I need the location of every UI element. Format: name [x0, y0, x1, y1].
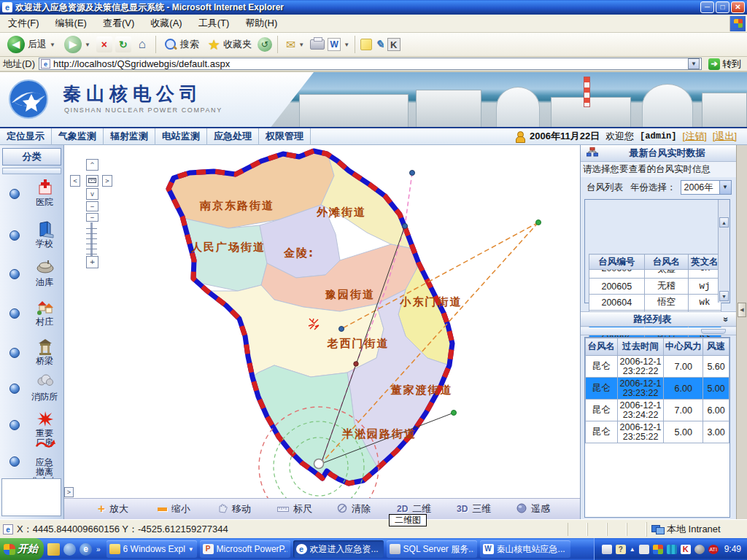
keyboard-layout-icon[interactable] — [602, 545, 612, 554]
map-zoom-out-button[interactable]: 缩小 — [158, 502, 217, 516]
pen-tool-button[interactable]: ✎ — [375, 38, 384, 51]
col-header[interactable]: 中心风力 — [664, 338, 703, 356]
sidebar-header[interactable]: 分类 — [2, 148, 61, 166]
tab-station-monitor[interactable]: 电站监测 — [155, 128, 207, 145]
map-zoom-in-button[interactable]: + 放大 — [98, 502, 158, 516]
print-button[interactable] — [310, 39, 325, 50]
start-button[interactable]: 开始 — [0, 538, 44, 560]
k-tool-button[interactable]: K — [387, 38, 400, 51]
antivirus-tray-icon[interactable]: K — [681, 545, 691, 554]
path-list-header[interactable]: 路径列表 » — [581, 311, 736, 327]
forward-button[interactable]: ▶▼ — [61, 34, 93, 55]
logout-link[interactable]: [注销] — [683, 130, 707, 143]
close-button[interactable]: ✕ — [731, 1, 745, 13]
menu-edit[interactable]: 编辑(E) — [47, 14, 95, 33]
map-clear-button[interactable]: 清除 — [337, 502, 397, 516]
quicklaunch-pen-icon[interactable] — [47, 543, 60, 556]
sidebar-subbar[interactable] — [2, 168, 61, 174]
table-row[interactable]: 200604悟空wk — [589, 295, 721, 311]
refresh-button[interactable]: ↻ — [115, 36, 131, 52]
pan-left-button[interactable]: < — [70, 175, 80, 187]
table-row-selected[interactable]: 昆仑2006-12-1 23:23:22 6.005.00 — [586, 378, 729, 400]
pan-right-button[interactable]: > — [102, 175, 112, 187]
quicklaunch-ie-icon[interactable]: e — [80, 543, 92, 556]
minimize-button[interactable]: ─ — [700, 1, 714, 13]
map-pan-button[interactable]: 移动 — [217, 502, 277, 516]
favorites-button[interactable]: ★ 收藏夹 — [205, 35, 255, 55]
panel-scrollbar[interactable]: ◀ — [736, 145, 747, 519]
taskbar-button-sqlserver[interactable]: SQL Server 服务... — [387, 540, 477, 558]
col-header[interactable]: 过去时间 — [617, 338, 664, 356]
collapse-chevron-icon[interactable]: » — [721, 316, 732, 322]
col-header[interactable]: 风速 — [703, 338, 729, 356]
table-row[interactable]: 昆仑2006-12-1 23:25:22 5.003.00 — [586, 421, 729, 443]
tray-expand-icon[interactable]: ▲ — [630, 546, 635, 553]
typhoon-panel-header[interactable]: 最新台风实时数据 — [581, 145, 736, 162]
zoom-out-button[interactable]: − — [86, 201, 98, 211]
table-row[interactable]: 昆仑2006-12-1 23:24:22 7.006.00 — [586, 400, 729, 421]
search-button[interactable]: 搜索 — [161, 36, 202, 52]
table-row[interactable]: 200605无稽wj — [589, 279, 721, 295]
go-button[interactable]: ➔ 转到 — [705, 58, 744, 71]
taskbar-button-powerpoint[interactable]: P Microsoft PowerP... — [200, 540, 290, 558]
panel-splitter[interactable] — [581, 327, 736, 335]
ati-tray-icon[interactable]: ATI — [708, 545, 719, 554]
menu-help[interactable]: 帮助(H) — [237, 14, 285, 33]
typhoon-table-scrollbar[interactable]: ▲ ▼ — [718, 200, 729, 303]
maximize-button[interactable]: □ — [716, 1, 729, 13]
sidebar-expand-button[interactable]: > — [64, 487, 74, 497]
year-dropdown-icon[interactable]: ▼ — [719, 181, 731, 194]
map-3d-button[interactable]: 3D 三维 — [457, 502, 516, 516]
taskbar-button-word[interactable]: W 秦山核电站应急... — [480, 540, 570, 558]
home-button[interactable]: ⌂ — [134, 36, 150, 52]
pan-up-button[interactable]: ^ — [86, 159, 98, 171]
exit-link[interactable]: [退出] — [713, 130, 737, 143]
menu-tools[interactable]: 工具(T) — [190, 14, 238, 33]
taskbar-button-explorer-group[interactable]: 6 Windows Expl...▼ — [107, 540, 197, 558]
col-header[interactable]: 台风名 — [586, 338, 618, 356]
year-select[interactable]: 2006年 ▼ — [681, 180, 732, 195]
quicklaunch-overflow-chevron[interactable]: » — [96, 545, 101, 553]
stop-button[interactable]: × — [96, 36, 112, 52]
zoom-slider-handle[interactable]: − — [86, 213, 98, 222]
address-dropdown-button[interactable]: ▼ — [688, 58, 700, 69]
note-button[interactable] — [360, 39, 372, 50]
menu-view[interactable]: 查看(V) — [95, 14, 142, 33]
mail-button[interactable]: ✉▼ — [283, 36, 307, 53]
clock[interactable]: 9:49 — [724, 544, 741, 554]
tab-permission-mgmt[interactable]: 权限管理 — [259, 128, 311, 145]
map-viewport[interactable]: 南京东路街道 外滩街道 人民广场街道 金陵: 豫园街道 小东门街道 老西门街道 … — [64, 145, 580, 519]
tab-emergency-handling[interactable]: 应急处理 — [207, 128, 259, 145]
scroll-up-icon[interactable]: ▲ — [719, 217, 729, 228]
menu-file[interactable]: 文件(F) — [0, 14, 47, 33]
history-button[interactable]: ↺ — [258, 37, 272, 52]
tab-radiation-monitor[interactable]: 辐射监测 — [104, 128, 155, 145]
tab-position-display[interactable]: 定位显示 — [0, 128, 52, 145]
district-map[interactable] — [64, 145, 580, 498]
panel-collapse-handle[interactable]: ◀ — [738, 303, 746, 317]
word-edit-button[interactable]: W — [328, 38, 341, 51]
col-header[interactable]: 台风名 — [644, 254, 689, 270]
zoom-in-button[interactable]: + — [86, 256, 98, 268]
back-button[interactable]: ◀ 后退▼ — [4, 34, 58, 55]
center-button[interactable] — [86, 175, 98, 187]
pan-down-button[interactable]: v — [86, 188, 98, 200]
quicklaunch-desktop-icon[interactable] — [63, 543, 76, 556]
menu-favorites[interactable]: 收藏(A) — [142, 14, 190, 33]
col-header[interactable]: 英文名 — [689, 254, 721, 270]
scroll-down-icon[interactable]: ▼ — [719, 291, 729, 301]
map-remote-sensing-button[interactable]: 遥感 — [516, 502, 576, 516]
table-row[interactable]: 昆仑2006-12-1 23:22:22 7.005.60 — [586, 356, 729, 378]
address-input[interactable] — [53, 58, 688, 69]
splitter-grip[interactable] — [701, 329, 726, 334]
tab-weather-monitor[interactable]: 气象监测 — [52, 128, 104, 145]
col-header[interactable]: 台风编号 — [589, 254, 645, 270]
sql-tray-icon[interactable] — [639, 545, 649, 554]
grid-tray-icon[interactable] — [667, 545, 677, 554]
map-ruler-button[interactable]: 标尺 — [277, 502, 337, 516]
messenger-tray-icon[interactable] — [653, 545, 663, 554]
taskbar-button-ie-active[interactable]: e 欢迎进入应急资... — [293, 540, 384, 558]
table-row[interactable]: 200606 太虚 tx — [589, 270, 721, 279]
disc-tray-icon[interactable] — [694, 545, 705, 554]
help-tray-icon[interactable]: ? — [616, 545, 626, 554]
